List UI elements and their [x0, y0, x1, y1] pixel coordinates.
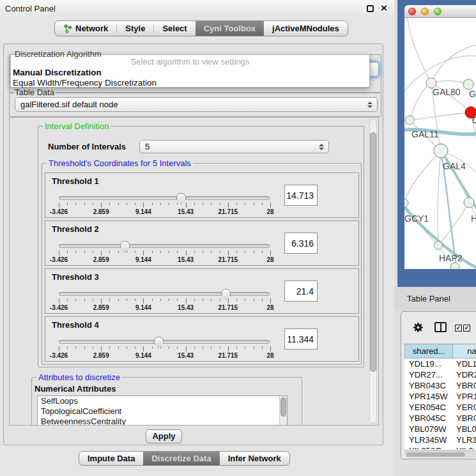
cell: YLR3: [453, 434, 476, 445]
tab-impute-data[interactable]: Impute Data: [79, 452, 143, 465]
table-row[interactable]: YBR045CYBR0: [404, 413, 476, 424]
node-label-gcy1: GCY1: [404, 213, 429, 224]
node-gal11[interactable]: [405, 116, 414, 125]
number-of-intervals-value: 5: [145, 142, 150, 151]
tab-select[interactable]: Select: [154, 21, 195, 36]
list-item[interactable]: TopologicalCoefficient: [38, 406, 287, 417]
threshold-4-value-field[interactable]: [284, 328, 318, 349]
table-data-select[interactable]: galFiltered.sif default node: [15, 97, 378, 112]
zoom-traffic-light-icon[interactable]: [434, 8, 441, 15]
settings-scrollbar[interactable]: [369, 119, 377, 424]
threshold-1-slider[interactable]: [59, 196, 270, 200]
cell: YDL1: [453, 358, 476, 369]
column-header-shared[interactable]: shared...: [404, 344, 453, 358]
tab-discretize-data[interactable]: Discretize Data: [143, 452, 219, 465]
node-right-h[interactable]: [464, 197, 474, 208]
tab-jactivemnodules-label: jActiveMNodules: [272, 24, 339, 33]
numerical-attributes-list[interactable]: SelfLoops TopologicalCoefficient Between…: [37, 395, 288, 426]
threshold-3-value-field[interactable]: [284, 280, 318, 302]
attributes-section: Attributes to discretize Numerical Attri…: [31, 377, 302, 426]
threshold-4-slider[interactable]: [59, 340, 270, 344]
slider-major-ticks: [59, 346, 271, 351]
threshold-3-label: Threshold 3: [52, 272, 99, 282]
scale-label: 2.859: [93, 304, 109, 311]
list-item[interactable]: BetweennessCentrality: [38, 417, 287, 426]
minimize-traffic-light-icon[interactable]: [421, 8, 429, 15]
list-item[interactable]: SelfLoops: [38, 396, 287, 406]
scale-label: 28: [266, 208, 273, 215]
list-scrollbar[interactable]: [279, 396, 287, 426]
slider-scale-labels: -3.426 2.859 9.144 15.43 21.715 28: [59, 208, 270, 216]
scrollbar-thumb[interactable]: [370, 132, 376, 372]
table-row[interactable]: YBL079WYBL0: [404, 424, 476, 434]
checkbox-icon[interactable]: ✓: [463, 325, 470, 332]
table-panel-widget: ✓ ✓ shared... na YDL19...YDL1 YDR27...YD…: [401, 311, 476, 459]
algorithm-option-equal-width[interactable]: Equal Width/Frequency Discretization: [11, 78, 369, 88]
scrollbar-thumb[interactable]: [406, 452, 465, 457]
tab-cyni-toolbox[interactable]: Cyni Toolbox: [196, 21, 264, 36]
gear-icon[interactable]: [413, 322, 424, 333]
tab-discretize-data-label: Discretize Data: [151, 454, 211, 463]
network-graph: GAL80 GA GAL11 C GAL4 GCY1 H HAP2: [404, 18, 476, 269]
column-header-name[interactable]: na: [453, 344, 476, 358]
thresholds-section-title: Threshold's Coordinates for 5 Intervals: [47, 158, 193, 168]
threshold-3-slider[interactable]: [59, 292, 270, 296]
close-traffic-light-icon[interactable]: [408, 8, 416, 15]
table-row[interactable]: YIL052CYIL0: [404, 445, 476, 449]
split-table-icon[interactable]: [434, 322, 447, 332]
node-top-right[interactable]: [463, 79, 473, 89]
slider-scale-labels: -3.426 2.859 9.144 15.43 21.715 28: [59, 304, 270, 312]
float-window-icon[interactable]: [367, 5, 374, 12]
scale-label: 28: [266, 352, 273, 359]
scale-label: 9.144: [135, 304, 151, 311]
tab-style[interactable]: Style: [117, 21, 153, 36]
node-gcy1[interactable]: [404, 199, 408, 208]
threshold-2-value-field[interactable]: [284, 233, 318, 254]
algorithm-option-manual[interactable]: Manual Discretization: [11, 68, 369, 78]
settings-scroll-area: Interval Definition Number of Intervals …: [9, 117, 379, 426]
horizontal-scrollbar[interactable]: [404, 450, 476, 457]
table-row[interactable]: YLR345WYLR3: [404, 434, 476, 445]
scrollbar-thumb[interactable]: [280, 397, 286, 417]
scale-label: 15.43: [178, 256, 194, 263]
scale-label: -3.426: [50, 352, 68, 359]
scale-label: 15.43: [178, 304, 194, 311]
table-row[interactable]: YBR043CYBR0: [404, 380, 476, 391]
table-header-row: shared... na: [404, 344, 476, 358]
cell: YLR345W: [404, 434, 453, 445]
threshold-1-value-field[interactable]: [284, 185, 318, 206]
node-label-gal80: GAL80: [433, 87, 461, 97]
close-icon[interactable]: ×: [381, 2, 387, 15]
number-of-intervals-select[interactable]: 5: [139, 140, 329, 153]
tab-jactivemnodules[interactable]: jActiveMNodules: [264, 21, 348, 36]
table-row[interactable]: YER054CYER0: [404, 402, 476, 413]
cell: YPR1: [453, 391, 476, 402]
table-row[interactable]: YDR27...YDR2: [404, 369, 476, 380]
scale-label: 2.859: [93, 352, 109, 359]
scale-label: 28: [266, 304, 273, 311]
network-canvas[interactable]: GAL80 GA GAL11 C GAL4 GCY1 H HAP2: [404, 18, 476, 269]
cell: YBR0: [453, 380, 476, 391]
numerical-attributes-label: Numerical Attributes: [35, 384, 116, 394]
scale-label: -3.426: [50, 208, 68, 215]
node-hap2[interactable]: [434, 242, 443, 250]
threshold-2-label: Threshold 2: [52, 224, 99, 234]
table-row[interactable]: YDL19...YDL1: [404, 358, 476, 369]
node-bottom[interactable]: [450, 263, 459, 269]
cell: YIL0: [453, 445, 473, 449]
node-label-gal4: GAL4: [443, 161, 466, 171]
tab-impute-data-label: Impute Data: [88, 454, 135, 463]
tab-infer-network[interactable]: Infer Network: [220, 452, 289, 465]
table-row[interactable]: YPR145WYPR1: [404, 391, 476, 402]
tab-style-label: Style: [125, 24, 145, 33]
checkbox-icon[interactable]: ✓: [455, 325, 462, 332]
threshold-4-label: Threshold 4: [52, 320, 99, 330]
scale-label: 28: [266, 256, 273, 263]
apply-button[interactable]: Apply: [146, 429, 182, 443]
node-gal4[interactable]: [434, 144, 448, 158]
scale-label: 2.859: [93, 208, 109, 215]
threshold-2-slider[interactable]: [59, 244, 270, 248]
node-label-gal11: GAL11: [411, 129, 439, 139]
tab-network[interactable]: Network: [55, 21, 116, 36]
control-panel-titlebar: Control Panel ×: [0, 0, 394, 17]
